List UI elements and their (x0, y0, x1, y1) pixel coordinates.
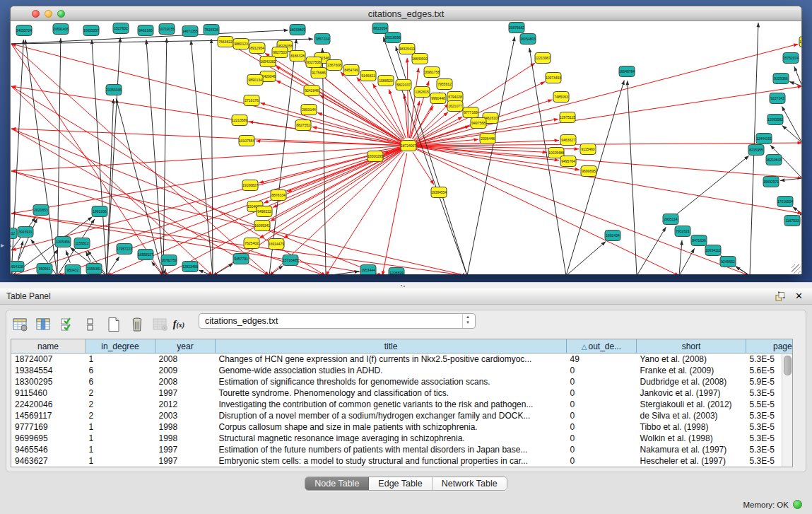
table-cell[interactable]: 2009 (155, 365, 216, 376)
graph-node[interactable]: 10655257 (83, 25, 99, 36)
graph-node[interactable]: 21053346 (106, 85, 122, 95)
scrollbar-thumb[interactable] (784, 356, 792, 375)
table-row[interactable]: 2242004622012Investigating the contribut… (11, 399, 793, 410)
graph-node[interactable]: 1953444 (360, 265, 376, 275)
graph-node[interactable]: 993812 (11, 228, 17, 239)
graph-node[interactable]: 9175685 (311, 68, 326, 78)
table-cell[interactable]: 1997 (155, 444, 216, 455)
citation-network-graph[interactable]: 2405572420691406106552572105334615276028… (11, 21, 801, 274)
table-cell[interactable]: Tibbo et al. (1998) (637, 421, 746, 433)
table-cell[interactable]: 2003 (155, 410, 216, 421)
table-cell[interactable]: Yano et al. (2008) (637, 354, 746, 366)
graph-node[interactable]: 18300295 (367, 151, 383, 162)
graph-node[interactable]: 8454749 (343, 65, 359, 76)
graph-node[interactable]: 1692434 (605, 230, 620, 241)
column-header-out_de[interactable]: △out_de... (567, 339, 637, 354)
table-cell[interactable]: 1 (86, 433, 155, 444)
graph-node[interactable]: 2803144 (301, 105, 317, 115)
graph-node[interactable]: 9699695 (581, 166, 596, 177)
graph-node[interactable]: 9329366 (773, 74, 789, 84)
graph-node[interactable]: 5822037 (396, 80, 411, 90)
graph-node[interactable]: 950432 (65, 265, 81, 275)
table-cell[interactable]: 22420046 (11, 399, 86, 410)
new-table-button[interactable] (105, 316, 122, 333)
table-cell[interactable]: 0 (567, 455, 637, 467)
table-cell[interactable]: 1 (86, 455, 155, 467)
table-cell[interactable]: Stergiakouli et al. (2012) (637, 399, 746, 410)
graph-node[interactable]: 10107554 (239, 136, 254, 146)
table-cell[interactable]: 2 (86, 387, 155, 399)
graph-node[interactable]: 1588520 (378, 76, 394, 86)
panel-collapse-arrow-icon[interactable]: ▸ (1, 242, 4, 249)
table-header-row[interactable]: namein_degreeyeartitle△out_de...shortpag… (11, 339, 793, 354)
graph-node[interactable]: 9497568 (471, 118, 486, 129)
graph-node[interactable]: 10654112 (705, 245, 721, 256)
graph-node[interactable]: 2055381 (86, 264, 102, 274)
table-cell[interactable]: Hescheler et al. (1997) (637, 455, 746, 467)
graph-node[interactable]: 9245652 (720, 257, 736, 267)
table-body[interactable]: 1872400712008Changes of HCN gene express… (11, 354, 793, 467)
graph-node[interactable]: 7485063 (553, 92, 569, 103)
graph-node[interactable]: 15751074 (783, 53, 799, 64)
column-header-name[interactable]: name (11, 339, 86, 354)
graph-node[interactable]: 16640910 (412, 54, 428, 64)
table-cell[interactable]: Tourette syndrome. Phenomenology and cla… (216, 387, 567, 399)
graph-node[interactable]: 12213967 (535, 53, 551, 64)
column-header-pagerank[interactable]: pagerank (746, 339, 794, 354)
graph-node[interactable]: 24055724 (16, 25, 32, 36)
graph-node[interactable]: 15716485 (283, 255, 298, 266)
graph-node[interactable]: 18724007 (401, 141, 416, 151)
table-select-combobox[interactable]: citations_edges.txt ▲▼ (199, 313, 476, 329)
graph-node[interactable]: 12093582 (767, 115, 783, 125)
table-cell[interactable]: 9699695 (11, 433, 86, 444)
graph-node[interactable]: 8827552 (295, 120, 311, 131)
graph-node[interactable]: 1991836 (92, 206, 107, 217)
table-cell[interactable]: 1 (86, 421, 155, 433)
table-cell[interactable]: 2012 (155, 399, 216, 410)
graph-node[interactable]: 9777169 (463, 107, 478, 118)
table-cell[interactable]: Estimation of the future numbers of pati… (216, 444, 567, 455)
graph-node[interactable]: 9860123 (233, 39, 249, 49)
table-cell[interactable]: 2008 (155, 376, 216, 387)
graph-node[interactable]: 2367608 (326, 60, 342, 71)
graph-node[interactable]: 9498222 (257, 206, 272, 217)
table-cell[interactable]: 2008 (155, 354, 216, 366)
graph-node[interactable]: 1156812 (74, 238, 90, 249)
table-cell[interactable]: Changes of HCN gene expression and I(f) … (216, 354, 567, 366)
graph-node[interactable]: 2718176 (244, 95, 259, 106)
graph-node[interactable]: 18325419 (399, 44, 415, 54)
table-row[interactable]: 946554611997Estimation of the future num… (11, 444, 793, 455)
graph-node[interactable]: 8878334 (271, 190, 286, 201)
table-cell[interactable]: 0 (567, 421, 637, 433)
table-cell[interactable]: 19384554 (11, 365, 86, 376)
select-columns-button[interactable] (35, 316, 52, 333)
table-cell[interactable]: 1998 (155, 433, 216, 444)
graph-node[interactable]: 950561 (37, 264, 52, 274)
table-row[interactable]: 1456911722003Disruption of a novel membe… (11, 410, 793, 421)
attribute-settings-button[interactable] (12, 316, 29, 333)
graph-node[interactable]: 1654328 (11, 262, 24, 272)
close-panel-icon[interactable]: ✕ (795, 291, 803, 301)
graph-node[interactable]: 10719155 (159, 24, 175, 35)
graph-node[interactable]: 19166827 (242, 180, 258, 191)
graph-node[interactable]: 1362615 (414, 87, 430, 98)
table-cell[interactable]: Genome-wide association studies in ADHD. (216, 365, 567, 376)
graph-node[interactable]: 7857224 (314, 34, 330, 45)
table-cell[interactable]: 18300295 (11, 376, 86, 387)
graph-node[interactable]: 8912954 (249, 43, 265, 54)
panel-splitter[interactable] (0, 282, 812, 288)
splitter-handle-icon[interactable] (399, 284, 408, 288)
table-row[interactable]: 946362711997Embryonic stem cells: a mode… (11, 455, 793, 467)
graph-node[interactable]: 16961758 (424, 67, 440, 78)
table-cell[interactable]: 9115460 (11, 387, 86, 399)
graph-node[interactable]: 16154803 (520, 34, 536, 45)
graph-node[interactable]: 2336448 (480, 134, 495, 144)
tab-edge-table[interactable]: Edge Table (369, 477, 432, 490)
graph-node[interactable]: 16648784 (619, 66, 635, 77)
table-cell[interactable]: Jankovic et al. (1997) (637, 387, 746, 399)
table-cell[interactable]: 1998 (155, 421, 216, 433)
column-header-year[interactable]: year (155, 339, 216, 354)
table-cell[interactable]: 49 (567, 354, 637, 366)
table-cell[interactable]: Structural magnetic resonance image aver… (216, 433, 567, 444)
column-header-short[interactable]: short (637, 339, 746, 354)
